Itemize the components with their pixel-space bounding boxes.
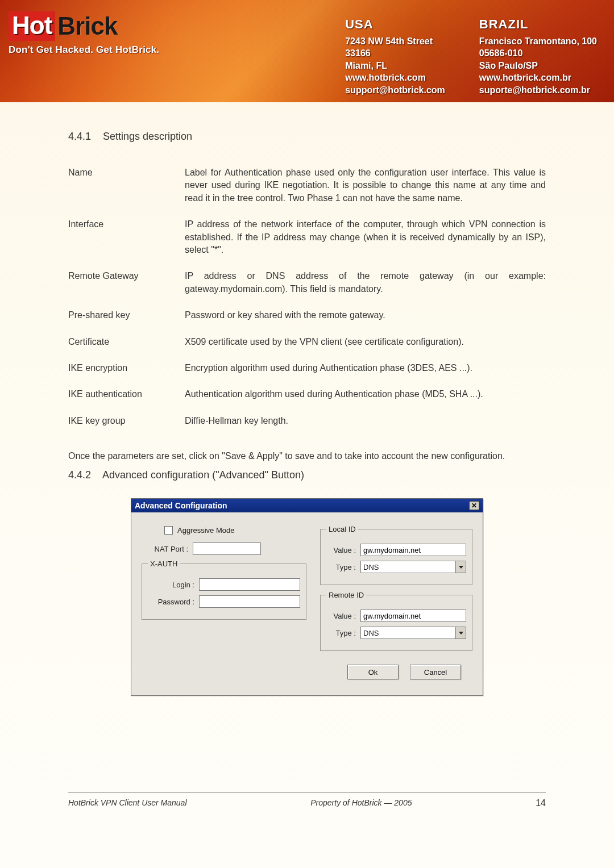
settings-term: Interface [68,211,185,263]
logo-block: Hot Brick Don't Get Hacked. Get HotBrick… [9,11,159,56]
logo: Hot Brick [9,11,159,41]
settings-term: IKE authentication [68,381,185,407]
settings-desc: Authentication algorithm used during Aut… [185,381,546,407]
settings-desc: Diffie-Hellman key length. [185,408,546,434]
settings-term: IKE encryption [68,355,185,381]
localid-type-label: Type : [326,563,360,571]
nat-port-input[interactable] [193,542,261,555]
settings-row: Pre-shared keyPassword or key shared wit… [68,302,546,328]
brazil-line5: suporte@hotbrick.com.br [479,84,597,97]
logo-hot: Hot [9,11,55,41]
brazil-line3: São Paulo/SP [479,60,597,72]
remoteid-legend: Remote ID [326,591,366,599]
localid-value-label: Value : [326,546,360,554]
section-442-num: 4.4.2 [68,469,100,481]
password-input[interactable] [199,595,300,608]
brazil-line2: 05686-010 [479,47,597,60]
settings-desc: Encryption algorithm used during Authent… [185,355,546,381]
settings-desc: Password or key shared with the remote g… [185,302,546,328]
settings-desc: X509 certificate used by the VPN client … [185,329,546,355]
chevron-down-icon [455,627,466,639]
footer-left: HotBrick VPN Client User Manual [68,798,187,808]
usa-line4: www.hotbrick.com [345,72,445,84]
login-label: Login : [148,581,199,589]
settings-desc: IP address of the network interface of t… [185,211,546,263]
advanced-config-dialog: Advanced Configuration ✕ Aggressive Mode [131,498,483,696]
settings-row: InterfaceIP address of the network inter… [68,211,546,263]
ok-button[interactable]: Ok [347,665,399,679]
xauth-fieldset: X-AUTH Login : Password : [142,560,306,620]
remoteid-value-input[interactable] [360,610,466,622]
header-banner: Hot Brick Don't Get Hacked. Get HotBrick… [0,0,614,102]
nat-port-label: NAT Port : [142,545,193,553]
cancel-button[interactable]: Cancel [410,665,461,679]
settings-table: NameLabel for Authentication phase used … [68,160,546,434]
localid-fieldset: Local ID Value : Type : DNS [320,525,472,585]
section-442-heading: 4.4.2 Advanced configuration ("Advanced"… [68,469,546,481]
page-number: 14 [536,798,546,808]
settings-term: Certificate [68,329,185,355]
usa-line5: support@hotbrick.com [345,84,445,97]
address-brazil: BRAZIL Francisco Tramontano, 100 05686-0… [479,16,597,97]
settings-term: IKE key group [68,408,185,434]
settings-row: Remote GatewayIP address or DNS address … [68,263,546,302]
close-icon: ✕ [471,502,477,509]
settings-term: Remote Gateway [68,263,185,302]
localid-value-input[interactable] [360,544,466,556]
close-button[interactable]: ✕ [469,501,479,510]
remoteid-value-label: Value : [326,612,360,620]
save-apply-paragraph: Once the parameters are set, click on "S… [68,451,546,461]
remoteid-type-select[interactable]: DNS [360,627,466,639]
localid-type-value: DNS [361,563,381,571]
xauth-legend: X-AUTH [148,560,180,568]
settings-row: NameLabel for Authentication phase used … [68,160,546,211]
localid-type-select[interactable]: DNS [360,561,466,573]
settings-row: IKE key groupDiffie-Hellman key length. [68,408,546,434]
section-442-title: Advanced configuration ("Advanced" Butto… [102,469,304,481]
dialog-wrap: Advanced Configuration ✕ Aggressive Mode [68,498,546,696]
usa-line2: 33166 [345,47,445,60]
brazil-line4: www.hotbrick.com.br [479,72,597,84]
page-footer: HotBrick VPN Client User Manual Property… [68,792,546,808]
settings-row: IKE authenticationAuthentication algorit… [68,381,546,407]
settings-row: CertificateX509 certificate used by the … [68,329,546,355]
settings-desc: Label for Authentication phase used only… [185,160,546,211]
remoteid-type-label: Type : [326,629,360,637]
password-label: Password : [148,598,199,606]
addresses: USA 7243 NW 54th Street 33166 Miami, FL … [345,16,597,97]
country-brazil: BRAZIL [479,16,597,33]
footer-right: Property of HotBrick — 2005 [310,798,412,808]
aggressive-mode-label: Aggressive Mode [177,526,234,535]
login-input[interactable] [199,578,300,591]
section-441-heading: 4.4.1 Settings description [68,131,546,143]
dialog-body: Aggressive Mode NAT Port : X-AUTH Login … [131,512,483,695]
section-441-title: Settings description [103,131,192,142]
chevron-down-icon [455,561,466,573]
dialog-title: Advanced Configuration [135,501,227,510]
section-441-num: 4.4.1 [68,131,100,143]
tagline: Don't Get Hacked. Get HotBrick. [9,44,159,56]
settings-term: Pre-shared key [68,302,185,328]
aggressive-mode-checkbox[interactable] [164,526,173,535]
remoteid-fieldset: Remote ID Value : Type : DNS [320,591,472,651]
usa-line3: Miami, FL [345,60,445,72]
brazil-line1: Francisco Tramontano, 100 [479,35,597,48]
settings-row: IKE encryptionEncryption algorithm used … [68,355,546,381]
remoteid-type-value: DNS [361,629,381,637]
dialog-titlebar: Advanced Configuration ✕ [131,499,483,512]
localid-legend: Local ID [326,525,358,533]
address-usa: USA 7243 NW 54th Street 33166 Miami, FL … [345,16,445,97]
content: 4.4.1 Settings description NameLabel for… [0,102,614,696]
settings-term: Name [68,160,185,211]
usa-line1: 7243 NW 54th Street [345,35,445,48]
logo-brick: Brick [57,12,117,40]
settings-desc: IP address or DNS address of the remote … [185,263,546,302]
country-usa: USA [345,16,445,33]
